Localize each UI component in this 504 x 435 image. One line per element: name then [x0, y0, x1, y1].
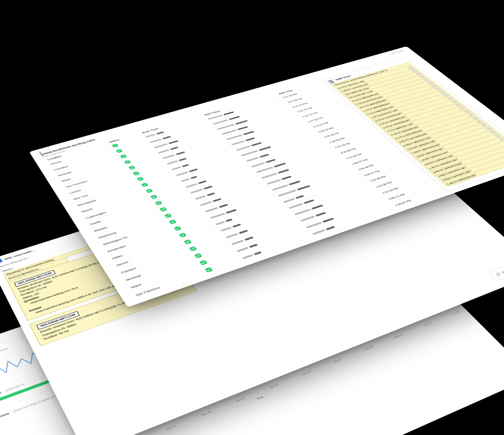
status-ok-icon [164, 213, 172, 218]
status-ok-icon [194, 253, 202, 258]
status-ok-icon [184, 239, 191, 245]
section-title-errors: Errors [0, 411, 10, 419]
dns-icon [0, 258, 2, 264]
status-ok-icon [169, 219, 177, 224]
status-ok-icon [112, 144, 119, 148]
status-ok-icon [179, 233, 187, 238]
status-ok-icon [128, 165, 135, 170]
status-ok-icon [199, 260, 208, 265]
status-ok-icon [116, 149, 123, 153]
status-ok-icon [137, 177, 144, 181]
status-ok-icon [132, 171, 140, 176]
status-ok-icon [141, 183, 148, 187]
trace-section-label: DNS Details [391, 50, 404, 54]
status-ok-icon [120, 155, 126, 159]
status-ok-icon [159, 207, 167, 212]
status-ok-icon [205, 267, 213, 273]
status-ok-icon [124, 160, 131, 164]
chat-icon: 💬 [495, 272, 502, 277]
status-ok-icon [146, 188, 153, 193]
chat-button[interactable]: 💬 Chat [487, 260, 504, 281]
status-ok-icon [155, 201, 162, 206]
status-ok-icon [189, 246, 196, 251]
status-ok-icon [150, 195, 158, 200]
ns-chip[interactable]: NS3.DANA-NET.COM [36, 311, 80, 330]
status-ok-icon [174, 226, 182, 231]
